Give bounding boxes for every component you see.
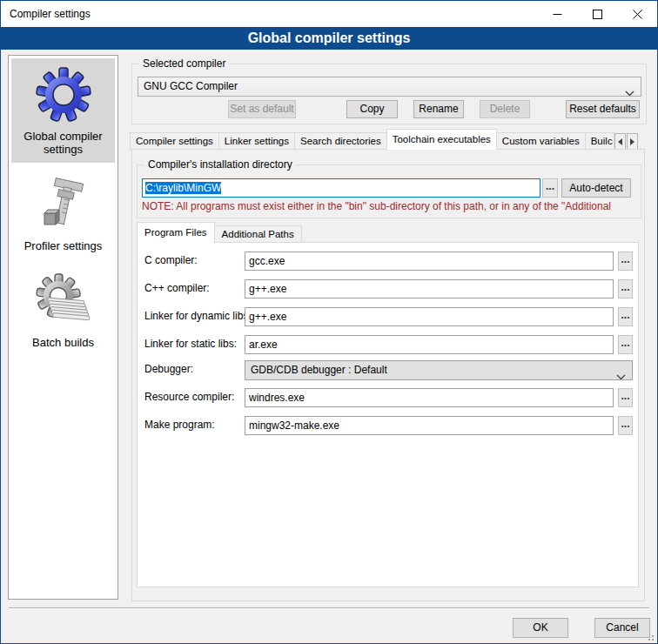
selected-compiler-group-label: Selected compiler bbox=[139, 57, 229, 70]
c-compiler-label: C compiler: bbox=[144, 254, 198, 266]
gray-gear-stack-icon bbox=[36, 273, 91, 329]
installation-directory-group: Compiler's installation directory C:\ray… bbox=[137, 164, 641, 218]
tab-scroll-left-button[interactable] bbox=[614, 133, 626, 150]
sidebar-item-profiler-settings[interactable]: Profiler settings bbox=[11, 168, 115, 259]
field-row-cpp-compiler: C++ compiler: ... bbox=[138, 279, 638, 299]
browse-make-program-button[interactable]: ... bbox=[618, 416, 633, 435]
reset-defaults-button[interactable]: Reset defaults bbox=[566, 100, 640, 118]
tab-linker-settings[interactable]: Linker settings bbox=[218, 132, 295, 150]
tab-toolchain-executables[interactable]: Toolchain executables bbox=[386, 129, 497, 150]
resource-compiler-label: Resource compiler: bbox=[144, 391, 234, 403]
field-row-resource-compiler: Resource compiler: ... bbox=[138, 388, 638, 408]
tab-compiler-settings[interactable]: Compiler settings bbox=[130, 132, 219, 150]
sidebar-item-batch-builds[interactable]: Batch builds bbox=[11, 265, 115, 356]
selected-compiler-dropdown[interactable]: GNU GCC Compiler bbox=[138, 77, 641, 97]
sidebar-item-global-compiler-settings[interactable]: Global compiler settings bbox=[11, 58, 115, 163]
compiler-settings-window: Compiler settings Global compiler settin… bbox=[0, 0, 658, 644]
browse-linker-static-button[interactable]: ... bbox=[618, 335, 633, 354]
resize-grip[interactable] bbox=[646, 632, 655, 641]
chevron-down-icon bbox=[616, 368, 626, 380]
field-row-debugger: Debugger: GDB/CDB debugger : Default bbox=[138, 360, 638, 380]
linker-dynamic-label: Linker for dynamic libs: bbox=[144, 310, 252, 322]
rename-button[interactable]: Rename bbox=[413, 100, 464, 118]
installation-directory-value: C:\raylib\MinGW bbox=[145, 182, 221, 194]
blue-gear-icon bbox=[36, 67, 91, 123]
subtab-additional-paths[interactable]: Additional Paths bbox=[214, 225, 302, 243]
settings-tab-strip: Compiler settings Linker settings Search… bbox=[130, 129, 638, 150]
make-program-input[interactable] bbox=[245, 416, 614, 435]
footer-separator bbox=[9, 607, 649, 609]
linker-dynamic-input[interactable] bbox=[245, 307, 614, 326]
sidebar-item-label: Global compiler settings bbox=[13, 130, 113, 156]
caliper-icon bbox=[36, 177, 91, 232]
sidebar-item-label: Profiler settings bbox=[13, 239, 113, 252]
make-program-label: Make program: bbox=[144, 419, 215, 431]
close-button[interactable] bbox=[617, 1, 657, 27]
chevron-down-icon bbox=[625, 84, 634, 97]
close-icon bbox=[633, 10, 642, 19]
field-row-make-program: Make program: ... bbox=[138, 416, 638, 436]
bin-subdirectory-note: NOTE: All programs must exist either in … bbox=[142, 200, 638, 212]
tab-custom-variables[interactable]: Custom variables bbox=[496, 132, 586, 150]
toolchain-executables-page: Compiler's installation directory C:\ray… bbox=[131, 149, 645, 601]
linker-static-input[interactable] bbox=[245, 335, 614, 354]
field-row-linker-static: Linker for static libs: ... bbox=[138, 335, 638, 355]
cancel-button[interactable]: Cancel bbox=[594, 618, 650, 638]
arrow-right-icon bbox=[630, 138, 634, 145]
debugger-label: Debugger: bbox=[144, 363, 193, 375]
cpp-compiler-label: C++ compiler: bbox=[144, 282, 210, 294]
c-compiler-input[interactable] bbox=[245, 252, 614, 271]
linker-static-label: Linker for static libs: bbox=[144, 338, 237, 350]
sidebar-item-label: Batch builds bbox=[13, 336, 113, 349]
browse-c-compiler-button[interactable]: ... bbox=[618, 252, 633, 271]
selected-compiler-group: Selected compiler GNU GCC Compiler Set a… bbox=[131, 64, 647, 124]
browse-installation-directory-button[interactable]: ... bbox=[542, 178, 558, 198]
tab-search-directories[interactable]: Search directories bbox=[294, 132, 387, 150]
field-row-linker-dynamic: Linker for dynamic libs: ... bbox=[138, 307, 638, 327]
cpp-compiler-input[interactable] bbox=[245, 279, 614, 299]
browse-linker-dynamic-button[interactable]: ... bbox=[618, 307, 633, 326]
settings-category-sidebar: Global compiler settings bbox=[8, 55, 118, 600]
installation-directory-group-label: Compiler's installation directory bbox=[144, 158, 296, 171]
page-title: Global compiler settings bbox=[1, 27, 657, 50]
set-as-default-button[interactable]: Set as default bbox=[228, 100, 296, 118]
delete-button[interactable]: Delete bbox=[480, 100, 530, 118]
toolchain-subtab-strip: Program Files Additional Paths bbox=[137, 222, 301, 243]
minimize-icon bbox=[553, 10, 562, 19]
browse-cpp-compiler-button[interactable]: ... bbox=[618, 279, 633, 299]
window-title: Compiler settings bbox=[10, 8, 91, 20]
copy-button[interactable]: Copy bbox=[346, 100, 398, 118]
resource-compiler-input[interactable] bbox=[245, 388, 614, 407]
arrow-left-icon bbox=[618, 138, 622, 145]
minimize-button[interactable] bbox=[537, 1, 577, 27]
subtab-program-files[interactable]: Program Files bbox=[137, 222, 215, 243]
browse-resource-compiler-button[interactable]: ... bbox=[618, 388, 633, 407]
auto-detect-button[interactable]: Auto-detect bbox=[561, 178, 631, 198]
tab-scroll-right-button[interactable] bbox=[627, 133, 638, 150]
maximize-button[interactable] bbox=[577, 1, 617, 27]
debugger-value: GDB/CDB debugger : Default bbox=[251, 364, 387, 376]
tab-scroll-controls bbox=[614, 133, 638, 150]
installation-directory-input[interactable]: C:\raylib\MinGW bbox=[142, 178, 540, 198]
debugger-dropdown[interactable]: GDB/CDB debugger : Default bbox=[245, 360, 633, 380]
field-row-c-compiler: C compiler: ... bbox=[138, 252, 638, 272]
ok-button[interactable]: OK bbox=[513, 618, 568, 638]
title-bar[interactable]: Compiler settings bbox=[1, 1, 657, 27]
program-files-page: C compiler: ... C++ compiler: ... Linker… bbox=[137, 242, 639, 587]
maximize-icon bbox=[593, 10, 602, 19]
selected-compiler-value: GNU GCC Compiler bbox=[144, 80, 238, 92]
tab-build-options-clipped[interactable]: Builc bbox=[585, 132, 614, 150]
